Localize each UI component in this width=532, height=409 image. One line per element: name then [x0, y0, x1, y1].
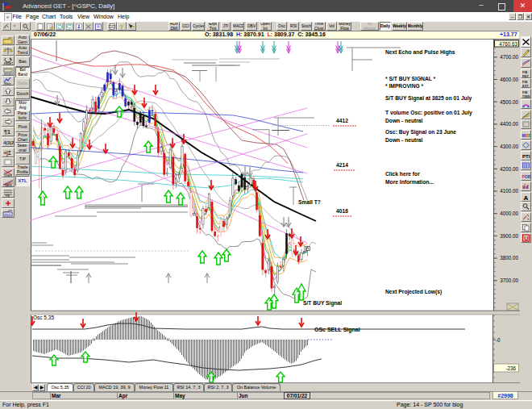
svg-text:More Information...: More Information...: [385, 179, 434, 185]
svg-text:* S/T BUY SIGNAL *: * S/T BUY SIGNAL *: [385, 76, 436, 81]
svg-text:STUDY: STUDY: [4, 73, 14, 76]
svg-text:OSc SELL Signal: OSc SELL Signal: [314, 327, 360, 333]
svg-text:4200.00: 4200.00: [500, 166, 518, 172]
svg-text:4|3|2: 4|3|2: [3, 140, 14, 145]
svg-text:FIB: FIB: [6, 194, 10, 197]
svg-text:?: ?: [120, 23, 124, 30]
svg-text:4412: 4412: [336, 118, 348, 123]
svg-text:LINES: LINES: [5, 174, 12, 177]
svg-text:-236: -236: [505, 365, 516, 371]
svg-text:-0: -0: [496, 337, 501, 343]
svg-text:4500.00: 4500.00: [500, 99, 518, 105]
svg-text:GANN: GANN: [5, 184, 13, 186]
svg-text:Next Echo and Pulse Highs: Next Echo and Pulse Highs: [385, 49, 455, 56]
svg-text:POB: POB: [522, 174, 531, 179]
svg-text:RET: RET: [522, 74, 530, 78]
svg-text:÷|Σ: ÷|Σ: [4, 150, 11, 157]
svg-text:Down - neutral: Down - neutral: [385, 137, 423, 143]
svg-text:Down - neutral: Down - neutral: [385, 118, 423, 123]
svg-text:4016: 4016: [336, 208, 348, 214]
svg-text:T volume Osc: positive on 01 J: T volume Osc: positive on 01 July: [385, 110, 472, 116]
svg-text:S/T BUY Signal: S/T BUY Signal: [303, 300, 342, 307]
svg-text:4400.00: 4400.00: [500, 121, 518, 127]
svg-text:Click here for: Click here for: [385, 171, 420, 177]
svg-text:3900.00: 3900.00: [500, 233, 518, 239]
svg-text:TIME: TIME: [522, 94, 530, 98]
svg-text:3800.00: 3800.00: [500, 255, 518, 261]
svg-text:Next Projected Low(s): Next Projected Low(s): [385, 289, 442, 295]
svg-text:4760.63: 4760.63: [499, 41, 517, 47]
svg-text:4000.00: 4000.00: [500, 211, 518, 216]
svg-text:Osc 5,35: Osc 5,35: [33, 315, 54, 320]
svg-text:4100.00: 4100.00: [500, 188, 518, 194]
svg-text:4600.00: 4600.00: [500, 77, 518, 82]
svg-text:U: U: [524, 236, 528, 241]
svg-text:3700.00: 3700.00: [500, 278, 518, 283]
svg-text:Small T?: Small T?: [298, 199, 321, 205]
svg-text:S/T BUY Signal at 3825 on 01 J: S/T BUY Signal at 3825 on 01 July: [385, 95, 472, 102]
svg-text:4700.00: 4700.00: [500, 54, 518, 60]
svg-text:“: “: [14, 23, 16, 31]
svg-text:PTI: PTI: [522, 154, 530, 159]
svg-text:A: A: [524, 194, 529, 202]
svg-text:* IMPROVING *: * IMPROVING *: [385, 83, 424, 89]
svg-text:Elliott: Elliott: [5, 82, 11, 85]
svg-text:4214: 4214: [336, 162, 348, 168]
svg-text:RESET: RESET: [4, 62, 13, 65]
svg-text:EXT: EXT: [522, 84, 529, 88]
svg-text:MOB: MOB: [522, 133, 531, 138]
svg-text:Osc: Buy Signal on 23 June: Osc: Buy Signal on 23 June: [385, 129, 456, 136]
svg-text:¶1: ¶1: [4, 129, 10, 136]
svg-text:?: ?: [132, 25, 135, 30]
svg-text:4300.00: 4300.00: [500, 144, 518, 149]
